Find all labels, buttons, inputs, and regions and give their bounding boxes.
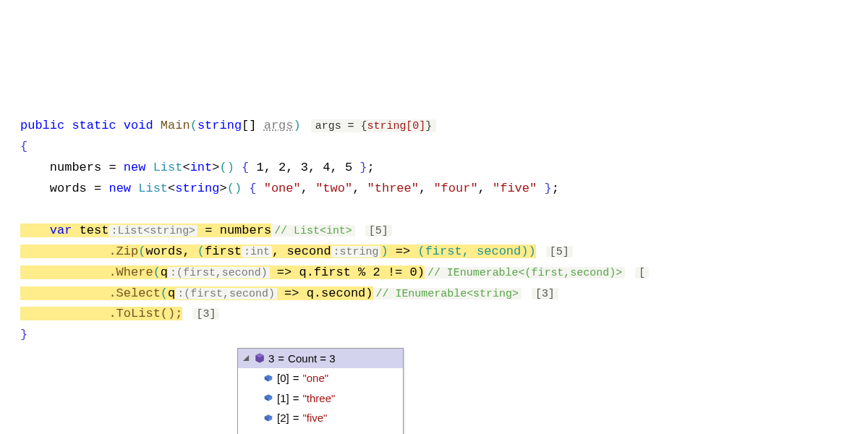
svg-marker-0 <box>243 355 249 361</box>
type-comment-where: // IEnumerable<(first,second)> <box>425 267 625 278</box>
close-paren: ) <box>294 119 301 132</box>
field-icon <box>263 393 273 404</box>
type-comment-numbers: // List<int> <box>271 225 355 237</box>
popup-header-row[interactable]: 3=Count = 3 <box>238 349 403 369</box>
keyword-void: void <box>124 119 153 132</box>
inline-hint-test: :List<string> <box>109 225 197 237</box>
field-icon <box>263 373 273 383</box>
highlighted-block: var test:List<string> = numbers <box>20 224 271 237</box>
popup-item-row[interactable]: [0]="one" <box>238 368 403 388</box>
popup-item-row[interactable]: [1]="three" <box>238 388 403 409</box>
field-icon <box>263 412 273 423</box>
var-numbers: numbers <box>50 161 101 174</box>
count-badge[interactable]: [5] <box>365 225 392 237</box>
count-badge[interactable]: [3] <box>192 308 219 320</box>
var-words: words <box>50 182 87 195</box>
type-comment-select: // IEnumerable<string> <box>373 288 522 299</box>
method-name: Main <box>161 119 190 132</box>
open-brace: { <box>20 140 27 153</box>
count-badge[interactable]: [5] <box>546 246 573 258</box>
brackets: [] <box>242 119 256 132</box>
debug-tip-args[interactable]: args = {string[0]} <box>311 119 437 132</box>
popup-item-row[interactable]: [2]="five" <box>238 408 403 428</box>
collapse-icon[interactable] <box>242 354 250 362</box>
popup-rawview-row[interactable]: Raw View= <box>238 428 403 434</box>
code-editor[interactable]: public static void Main(string[] args)ar… <box>20 95 848 388</box>
debug-datatip-popup[interactable]: 3=Count = 3 [0]="one" [1]="three" [2]="f… <box>237 348 404 434</box>
open-paren: ( <box>190 119 197 132</box>
keyword-static: static <box>72 119 116 132</box>
type-string: string <box>197 119 242 132</box>
object-icon <box>254 353 265 364</box>
close-brace: } <box>20 328 27 341</box>
count-badge[interactable]: [ <box>635 267 649 278</box>
count-badge[interactable]: [3] <box>532 288 558 299</box>
param-args: args <box>264 119 294 132</box>
keyword-public: public <box>20 119 64 132</box>
